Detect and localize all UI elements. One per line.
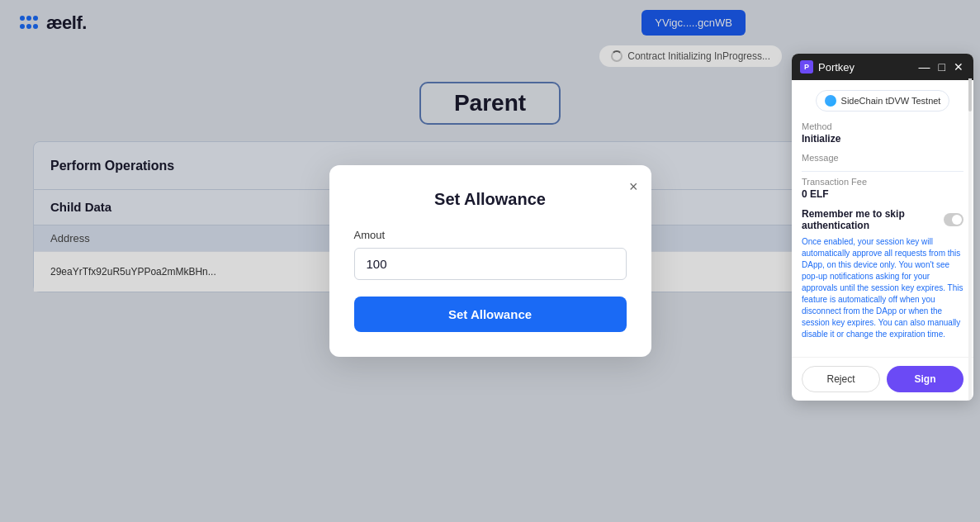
method-value: Initialize	[802, 133, 963, 145]
amount-label: Amout	[354, 229, 627, 241]
session-key-label: Remember me to skip authentication	[802, 208, 944, 231]
session-key-toggle[interactable]	[944, 213, 964, 226]
reject-button[interactable]: Reject	[802, 366, 880, 392]
fee-value: 0 ELF	[802, 188, 963, 200]
modal-title: Set Allowance	[354, 190, 627, 209]
portkey-close-button[interactable]: ✕	[952, 61, 965, 73]
portkey-minimize-button[interactable]: —	[917, 61, 932, 73]
portkey-scrollthumb	[968, 78, 972, 112]
main-app: æelf. YVigc.....gcnWB Contract Initializ…	[0, 0, 980, 522]
toggle-knob	[952, 215, 962, 225]
divider	[802, 171, 963, 172]
set-allowance-button[interactable]: Set Allowance	[354, 297, 627, 332]
session-key-row: Remember me to skip authentication	[802, 208, 963, 231]
portkey-header: P Portkey — □ ✕	[792, 54, 973, 80]
session-key-description: Once enabled, your session key will auto…	[802, 236, 963, 340]
portkey-title: P Portkey	[800, 60, 855, 74]
network-name: SideChain tDVW Testnet	[841, 96, 941, 106]
sign-button[interactable]: Sign	[887, 366, 963, 392]
modal-close-button[interactable]: ×	[629, 178, 638, 196]
portkey-controls: — □ ✕	[917, 61, 965, 73]
portkey-body: SideChain tDVW Testnet Method Initialize…	[792, 80, 973, 357]
portkey-scrollbar	[968, 78, 972, 401]
portkey-icon: P	[800, 60, 813, 74]
amount-input[interactable]	[354, 248, 627, 280]
method-row: Method Initialize	[802, 121, 963, 145]
portkey-maximize-button[interactable]: □	[937, 61, 947, 73]
network-icon	[825, 95, 836, 107]
message-row: Message	[802, 153, 963, 163]
method-label: Method	[802, 121, 963, 131]
fee-row: Transaction Fee 0 ELF	[802, 177, 963, 200]
portkey-sidebar: P Portkey — □ ✕ SideChain tDVW Testnet M…	[792, 54, 973, 401]
message-label: Message	[802, 153, 963, 163]
set-allowance-modal: × Set Allowance Amout Set Allowance	[329, 165, 651, 357]
portkey-footer: Reject Sign	[792, 357, 973, 401]
network-badge: SideChain tDVW Testnet	[816, 90, 950, 112]
fee-label: Transaction Fee	[802, 177, 963, 187]
